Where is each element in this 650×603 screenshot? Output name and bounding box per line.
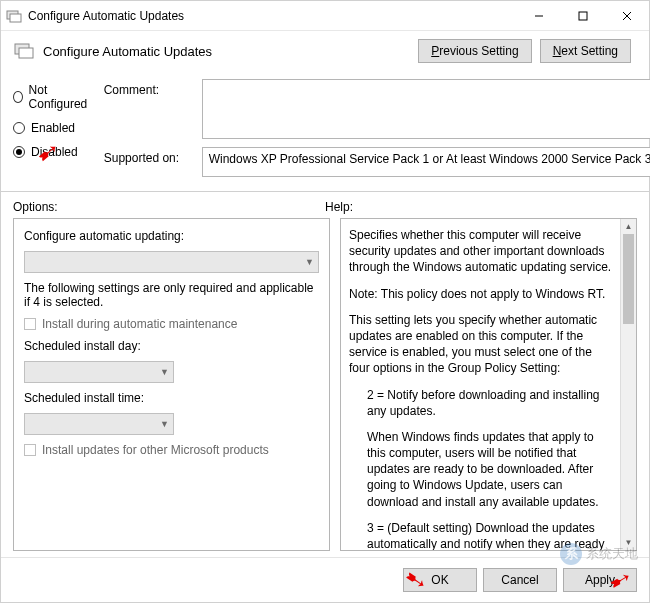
checkbox-icon	[24, 318, 36, 330]
next-setting-button[interactable]: Next Setting	[540, 39, 631, 63]
policy-icon	[6, 8, 22, 24]
radio-enabled[interactable]: Enabled	[13, 121, 90, 135]
window-title: Configure Automatic Updates	[28, 9, 517, 23]
options-panel: Configure automatic updating: ▼ The foll…	[13, 218, 330, 551]
cancel-button[interactable]: Cancel	[483, 568, 557, 592]
scroll-track	[621, 234, 636, 535]
chevron-down-icon: ▼	[160, 419, 169, 429]
svg-rect-3	[579, 12, 587, 20]
policy-icon	[13, 40, 35, 62]
supported-on-text: Windows XP Professional Service Pack 1 o…	[203, 148, 650, 176]
install-maintenance-checkbox[interactable]: Install during automatic maintenance	[24, 317, 319, 331]
radio-label: Enabled	[31, 121, 75, 135]
fields-col: Comment: Supported on: Windows XP Profes…	[104, 79, 650, 177]
panels: Configure automatic updating: ▼ The foll…	[1, 218, 649, 557]
options-header: Options:	[13, 200, 325, 214]
install-time-combo[interactable]: ▼	[24, 413, 174, 435]
comment-row: Comment:	[104, 79, 650, 139]
radio-icon	[13, 122, 25, 134]
configure-updating-combo[interactable]: ▼	[24, 251, 319, 273]
watermark: 系 系统天地	[560, 543, 638, 565]
help-panel: Specifies whether this computer will rec…	[340, 218, 637, 551]
radio-icon	[13, 146, 25, 158]
install-other-products-checkbox[interactable]: Install updates for other Microsoft prod…	[24, 443, 319, 457]
annotation-arrow-icon: ➸	[30, 134, 67, 172]
watermark-logo-icon: 系	[560, 543, 582, 565]
state-radios: Not Configured Enabled Disabled ➸	[13, 79, 90, 177]
checkbox-label: Install during automatic maintenance	[42, 317, 237, 331]
dialog-window: Configure Automatic Updates Configure Au…	[0, 0, 650, 603]
maximize-button[interactable]	[561, 1, 605, 30]
minimize-button[interactable]	[517, 1, 561, 30]
panel-headers: Options: Help:	[1, 192, 649, 218]
page-title: Configure Automatic Updates	[43, 44, 418, 59]
help-p: This setting lets you specify whether au…	[349, 312, 612, 377]
svg-rect-7	[19, 48, 33, 58]
comment-label: Comment:	[104, 79, 194, 97]
help-p: Note: This policy does not apply to Wind…	[349, 286, 612, 302]
help-p: When Windows finds updates that apply to…	[349, 429, 612, 510]
help-p: 2 = Notify before downloading and instal…	[349, 387, 612, 419]
chevron-down-icon: ▼	[160, 367, 169, 377]
install-day-label: Scheduled install day:	[24, 339, 319, 353]
install-day-combo[interactable]: ▼	[24, 361, 174, 383]
header: Configure Automatic Updates Previous Set…	[1, 31, 649, 71]
radio-not-configured[interactable]: Not Configured	[13, 83, 90, 111]
svg-rect-1	[10, 14, 21, 22]
install-time-label: Scheduled install time:	[24, 391, 319, 405]
help-header: Help:	[325, 200, 637, 214]
footer: ➸ OK Cancel Apply ➸	[1, 557, 649, 602]
body-top: Not Configured Enabled Disabled ➸ Commen…	[1, 71, 649, 187]
help-p: Specifies whether this computer will rec…	[349, 227, 612, 276]
checkbox-icon	[24, 444, 36, 456]
comment-input[interactable]	[202, 79, 650, 139]
supported-on-display: Windows XP Professional Service Pack 1 o…	[202, 147, 650, 177]
radio-label: Not Configured	[29, 83, 90, 111]
scroll-thumb[interactable]	[623, 234, 634, 324]
options-note: The following settings are only required…	[24, 281, 319, 309]
chevron-down-icon: ▼	[305, 257, 314, 267]
radio-icon	[13, 91, 23, 103]
help-text: Specifies whether this computer will rec…	[341, 219, 620, 550]
window-controls	[517, 1, 649, 30]
help-scrollbar[interactable]: ▲ ▼	[620, 219, 636, 550]
setting-nav: Previous Setting Next Setting	[418, 39, 631, 63]
titlebar: Configure Automatic Updates	[1, 1, 649, 31]
checkbox-label: Install updates for other Microsoft prod…	[42, 443, 269, 457]
previous-setting-button[interactable]: Previous Setting	[418, 39, 531, 63]
watermark-text: 系统天地	[586, 545, 638, 563]
close-button[interactable]	[605, 1, 649, 30]
configure-updating-label: Configure automatic updating:	[24, 229, 319, 243]
supported-label: Supported on:	[104, 147, 194, 165]
scroll-up-icon: ▲	[621, 219, 636, 234]
supported-row: Supported on: Windows XP Professional Se…	[104, 147, 650, 177]
